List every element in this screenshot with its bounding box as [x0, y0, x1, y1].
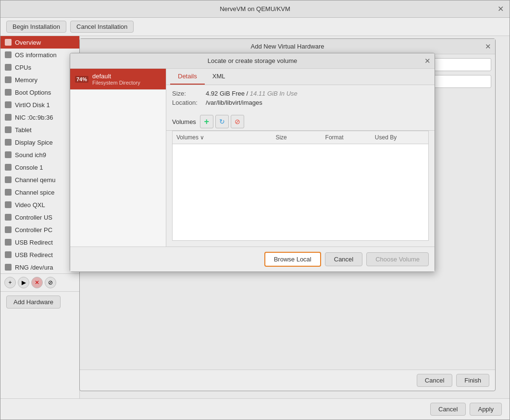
console-icon [4, 163, 12, 171]
sound-icon [4, 151, 12, 159]
apply-button[interactable]: Apply [470, 403, 502, 416]
sidebar-item-nic[interactable]: NIC :0c:9b:36 [0, 111, 79, 124]
storage-dialog-title: Locate or create storage volume [208, 57, 297, 64]
sidebar-item-label: Video QXL [15, 201, 45, 209]
sidebar-item-channel-spice[interactable]: Channel spice [0, 186, 79, 198]
pool-type: Filesystem Directory [92, 80, 140, 86]
channel-spice-icon [4, 188, 12, 196]
sidebar-item-os-information[interactable]: OS information [0, 49, 79, 61]
begin-installation-button[interactable]: Begin Installation [6, 21, 66, 33]
tab-details[interactable]: Details [170, 69, 205, 85]
nic-icon [4, 113, 12, 121]
col-format: Format [325, 134, 375, 141]
storage-cancel-button[interactable]: Cancel [325, 252, 362, 266]
main-bottom-bar: Cancel Apply [0, 398, 510, 420]
sidebar-item-tablet[interactable]: Tablet [0, 124, 79, 136]
pool-item-default[interactable]: 74% default Filesystem Directory [70, 69, 166, 90]
sidebar-item-label: Controller PC [15, 226, 52, 234]
rng-icon [4, 263, 12, 271]
location-label: Location: [172, 99, 206, 106]
sidebar-item-controller-us[interactable]: Controller US [0, 211, 79, 223]
add-hardware-button[interactable]: Add Hardware [6, 296, 61, 309]
volumes-table: Volumes ∨ Size Format Used By [172, 131, 429, 241]
usb-redirect-1-icon [4, 238, 12, 246]
sidebar-item-virtio-disk[interactable]: VirtIO Disk 1 [0, 99, 79, 111]
sidebar-item-label: Sound ich9 [15, 151, 46, 159]
sidebar-item-label: Channel spice [15, 189, 54, 196]
storage-dialog-bottom: Browse Local Cancel Choose Volume [70, 247, 435, 272]
sidebar-item-rng[interactable]: RNG /dev/ura [0, 261, 79, 273]
sidebar-item-channel-qemu[interactable]: Channel qemu [0, 173, 79, 186]
volumes-toolbar: Volumes + ↻ ⊘ [166, 113, 435, 131]
volumes-table-header: Volumes ∨ Size Format Used By [173, 131, 428, 144]
volumes-empty-state [173, 144, 428, 240]
sidebar-item-label: USB Redirect [15, 251, 53, 259]
os-icon [4, 51, 12, 59]
display-icon [4, 138, 12, 146]
choose-volume-button[interactable]: Choose Volume [366, 252, 429, 266]
sidebar-item-label: Memory [15, 76, 37, 84]
sidebar-item-label: USB Redirect [15, 239, 53, 246]
col-usedby: Used By [375, 134, 424, 141]
sidebar-item-console[interactable]: Console 1 [0, 161, 79, 173]
storage-dialog-body: 74% default Filesystem Directory Details… [70, 69, 435, 247]
tab-xml[interactable]: XML [205, 69, 233, 85]
size-label: Size: [172, 90, 206, 97]
sidebar-item-boot-options[interactable]: Boot Options [0, 86, 79, 99]
sidebar-play-button[interactable]: ▶ [18, 277, 29, 288]
sidebar-item-sound[interactable]: Sound ich9 [0, 148, 79, 161]
sidebar: Overview OS information CPUs Memory Boot… [0, 36, 80, 398]
sidebar-item-label: NIC :0c:9b:36 [15, 114, 53, 121]
sidebar-item-label: VirtIO Disk 1 [15, 101, 50, 109]
storage-pool-list: 74% default Filesystem Directory [70, 69, 166, 247]
add-hardware-title-bar: Add New Virtual Hardware ✕ [80, 39, 495, 54]
sidebar-item-usb-redirect-1[interactable]: USB Redirect [0, 236, 79, 248]
sidebar-item-label: Channel qemu [15, 176, 56, 184]
delete-volume-button[interactable]: ⊘ [231, 115, 244, 128]
sidebar-item-usb-redirect-2[interactable]: USB Redirect [0, 248, 79, 261]
storage-dialog: Locate or create storage volume ✕ 74% de… [70, 53, 435, 272]
add-hardware-finish-button[interactable]: Finish [456, 374, 489, 387]
cancel-installation-button[interactable]: Cancel Installation [70, 21, 134, 33]
sidebar-item-label: OS information [15, 51, 57, 59]
sidebar-stop-button[interactable]: ⊘ [45, 277, 56, 288]
refresh-volumes-button[interactable]: ↻ [215, 115, 229, 128]
storage-dialog-close-button[interactable]: ✕ [424, 57, 431, 65]
boot-icon [4, 88, 12, 96]
sidebar-item-label: Overview [15, 39, 41, 46]
window-close-button[interactable]: ✕ [496, 5, 505, 13]
controller-pc-icon [4, 226, 12, 234]
usb-redirect-2-icon [4, 251, 12, 259]
overview-icon [4, 38, 12, 46]
title-bar: NerveVM on QEMU/KVM ✕ [0, 0, 510, 18]
sidebar-item-controller-pc[interactable]: Controller PC [0, 223, 79, 236]
sidebar-item-label: Display Spice [15, 139, 53, 146]
sidebar-item-label: Boot Options [15, 89, 51, 96]
sidebar-item-cpus[interactable]: CPUs [0, 61, 79, 74]
cpu-icon [4, 63, 12, 71]
sidebar-item-display-spice[interactable]: Display Spice [0, 136, 79, 148]
size-row: Size: 4.92 GiB Free / 14.11 GiB In Use [172, 90, 429, 97]
add-volume-button[interactable]: + [200, 115, 213, 128]
add-hardware-cancel-button[interactable]: Cancel [417, 374, 452, 387]
storage-info: Size: 4.92 GiB Free / 14.11 GiB In Use L… [166, 85, 435, 113]
window-title: NerveVM on QEMU/KVM [220, 5, 290, 12]
sidebar-toolbar: + ▶ ✕ ⊘ [0, 273, 79, 291]
browse-local-button[interactable]: Browse Local [264, 252, 321, 267]
sidebar-remove-button[interactable]: ✕ [31, 277, 43, 288]
tabs-bar: Details XML [166, 69, 435, 85]
volumes-label: Volumes [172, 118, 196, 125]
col-volumes: Volumes ∨ [176, 134, 275, 141]
sidebar-item-label: Tablet [15, 126, 32, 134]
disk-icon [4, 101, 12, 109]
sidebar-add-button[interactable]: + [4, 277, 16, 288]
pool-name: default [92, 73, 140, 80]
main-toolbar: Begin Installation Cancel Installation [0, 18, 510, 36]
add-hardware-close-button[interactable]: ✕ [485, 42, 491, 51]
main-cancel-button[interactable]: Cancel [430, 403, 466, 416]
sidebar-item-overview[interactable]: Overview [0, 36, 79, 49]
sidebar-item-memory[interactable]: Memory [0, 74, 79, 86]
sidebar-item-video-qxl[interactable]: Video QXL [0, 198, 79, 211]
sidebar-item-label: RNG /dev/ura [15, 264, 53, 271]
video-icon [4, 201, 12, 209]
